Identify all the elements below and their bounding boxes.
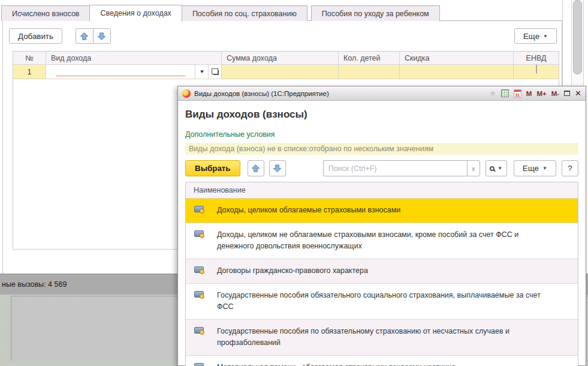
column-income-sum[interactable]: Сумма дохода (222, 52, 339, 65)
maximize-icon[interactable] (564, 91, 570, 96)
open-list-icon (213, 70, 219, 75)
catalog-item-icon (194, 363, 204, 366)
income-types-list: Наименование Доходы, целиком облагаемые … (185, 182, 578, 366)
help-button[interactable]: ? (562, 160, 578, 176)
list-item-text: Доходы, целиком облагаемые страховыми вз… (217, 205, 400, 216)
discount-cell[interactable] (400, 65, 514, 79)
modal-toolbar: Выбрать x ▼ Еще▼ ? (185, 160, 578, 176)
close-icon[interactable]: ✕ (575, 89, 581, 98)
more-button-label: Еще (523, 32, 539, 41)
list-item-text: Государственные пособия обязательного со… (217, 290, 550, 313)
income-sum-cell[interactable] (222, 65, 339, 79)
filter-notice: Виды дохода (взноса) не в списке:отобран… (185, 143, 578, 155)
move-down-button-modal[interactable] (269, 160, 286, 176)
list-item[interactable]: Доходы, целиком не облагаемые страховыми… (186, 223, 578, 259)
move-down-button[interactable] (93, 28, 111, 44)
search-box: x (323, 160, 480, 176)
magnifier-icon (490, 166, 494, 171)
catalog-item-icon (194, 206, 204, 212)
column-children-count[interactable]: Кол. детей (339, 52, 400, 65)
select-button[interactable]: Выбрать (185, 160, 240, 176)
tab-bar: Исчислено взносов Сведения о доходах Пос… (1, 5, 439, 21)
income-type-dropdown-button[interactable]: ▼ (195, 65, 208, 79)
move-up-button-modal[interactable] (248, 160, 264, 176)
list-item-text: Государственные пособия по обязательному… (217, 326, 550, 349)
memory-m-plus-button[interactable]: M+ (536, 90, 546, 97)
row-number-cell[interactable]: 1 (13, 65, 46, 79)
envd-cell (514, 65, 559, 79)
income-table-header: № Вид дохода Сумма дохода Кол. детей Ски… (13, 52, 559, 65)
titlebar-icons: ★ 31 M M+ M- ✕ (489, 89, 581, 98)
list-item[interactable]: Материальная помощь, облагаемая страховы… (186, 355, 578, 366)
column-number[interactable]: № (13, 52, 46, 65)
envd-checkbox[interactable] (536, 65, 537, 74)
catalog-item-icon (194, 230, 204, 237)
tab-childcare-benefits[interactable]: Пособия по уходу за ребенком (311, 5, 440, 21)
calculator-icon[interactable] (501, 89, 509, 97)
chevron-down-icon: ▼ (542, 166, 547, 171)
modal-window-title: Виды доходов (взносы) (1С:Предприятие) (194, 90, 329, 97)
list-item[interactable]: Доходы, целиком облагаемые страховыми вз… (186, 199, 578, 223)
children-count-cell[interactable] (339, 65, 400, 79)
list-item[interactable]: Государственные пособия по обязательному… (186, 319, 578, 355)
memory-m-minus-button[interactable]: M- (551, 90, 559, 97)
column-envd[interactable]: ЕНВД (514, 52, 559, 65)
list-item[interactable]: Государственные пособия обязательного со… (186, 283, 578, 319)
add-button[interactable]: Добавить (9, 28, 62, 44)
calendar-icon[interactable]: 31 (514, 89, 521, 98)
list-item-text: Доходы, целиком не облагаемые страховыми… (217, 229, 550, 252)
arrow-up-icon (80, 32, 89, 41)
arrow-down-icon (273, 164, 282, 173)
search-input[interactable] (323, 160, 467, 176)
arrow-down-icon (97, 32, 106, 41)
income-type-open-button[interactable] (208, 65, 221, 79)
main-toolbar: Добавить (9, 28, 111, 44)
modal-body: Виды доходов (взносы) Дополнительные усл… (178, 109, 586, 366)
arrow-up-icon (251, 164, 260, 173)
tab-income-details[interactable]: Сведения о доходах (89, 5, 182, 22)
column-income-type[interactable]: Вид дохода (46, 52, 222, 65)
tab-social-insurance-benefits[interactable]: Пособия по соц. страхованию (182, 5, 307, 21)
move-up-button[interactable] (76, 28, 94, 44)
income-types-modal: Виды доходов (взносы) (1С:Предприятие) ★… (177, 86, 586, 366)
list-item-text: Материальная помощь, облагаемая страховы… (217, 362, 456, 366)
catalog-item-icon (194, 291, 204, 298)
list-header-name[interactable]: Наименование (186, 182, 578, 199)
income-type-input[interactable] (46, 65, 195, 79)
modal-more-button[interactable]: Еще▼ (514, 160, 556, 176)
chevron-down-icon: ▼ (199, 69, 205, 74)
table-row: 1 ▼ (13, 65, 559, 79)
memory-m-button[interactable]: M (526, 90, 532, 97)
1c-app-icon (182, 89, 191, 98)
modal-heading: Виды доходов (взносы) (185, 109, 578, 121)
tab-contributions-calculated[interactable]: Исчислено взносов (1, 5, 90, 21)
modal-more-label: Еще (523, 164, 539, 173)
chevron-down-icon: ▼ (497, 166, 502, 171)
row-reorder-group (76, 28, 111, 44)
favorite-star-icon[interactable]: ★ (489, 89, 496, 98)
catalog-item-icon (194, 266, 204, 273)
list-item-text: Договоры гражданско-правового характера (217, 265, 368, 277)
additional-conditions-link[interactable]: Дополнительные условия (185, 130, 275, 139)
modal-titlebar[interactable]: Виды доходов (взносы) (1С:Предприятие) ★… (178, 86, 586, 101)
status-bar-text: ные вызовы: 4 569 (2, 280, 67, 289)
catalog-item-icon (194, 327, 204, 334)
chevron-down-icon: ▼ (543, 34, 548, 39)
list-item[interactable]: Договоры гражданско-правового характера (186, 259, 578, 283)
column-discount[interactable]: Скидка (400, 52, 514, 65)
search-options-button[interactable]: ▼ (486, 160, 507, 176)
income-type-cell: ▼ (46, 65, 222, 79)
scrollbar-thumb[interactable] (573, 0, 582, 74)
screen: Исчислено взносов Сведения о доходах Пос… (0, 0, 588, 366)
more-button[interactable]: Еще▼ (514, 28, 557, 44)
search-clear-button[interactable]: x (467, 160, 480, 176)
